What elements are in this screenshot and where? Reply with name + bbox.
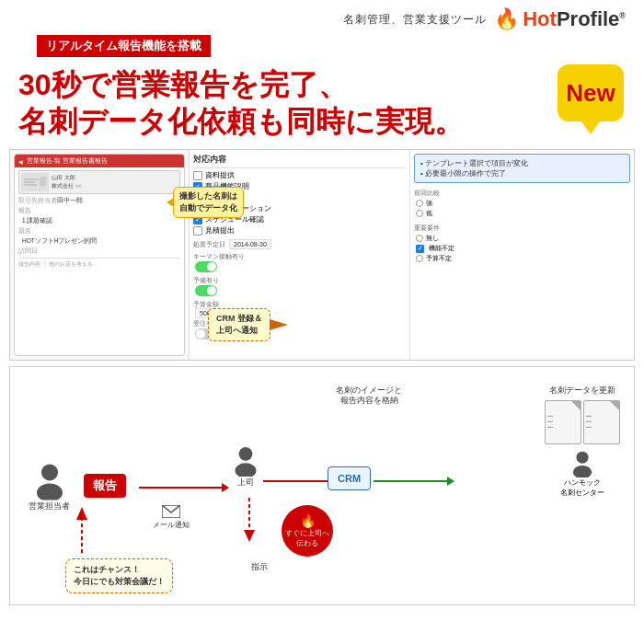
theme-options: 無し 機能不定 予算不定	[416, 234, 630, 263]
priority-options: 強 低	[416, 199, 630, 218]
hero-section: 30秒で営業報告を完了、 名刺データ化依頼も同時に実現。 New	[0, 63, 644, 144]
crm-annotation: CRM 登録＆ 上司へ通知	[208, 308, 270, 341]
company-person-icon	[568, 448, 597, 477]
radio-priority-high	[416, 200, 423, 207]
forecast-row: 予備有り	[193, 276, 406, 285]
toggle-keyman[interactable]	[195, 261, 217, 272]
phone-report-content: 報告内容 ｜ 他のお店を考えを...	[18, 258, 180, 269]
mid-panel-title: 対応内容	[193, 154, 406, 168]
phone-header: ◀ 営業報告-覧 営業報告書報告	[15, 155, 184, 167]
crm-box: CRM	[328, 466, 371, 490]
hero-headline: 30秒で営業報告を完了、 名刺データ化依頼も同時に実現。	[18, 66, 626, 140]
flame-icon: 🔥	[494, 7, 519, 31]
phone-report-row: 報告	[18, 207, 180, 215]
instruction-label: 指示	[251, 557, 268, 573]
sales-person: 営業担当者	[29, 460, 70, 512]
card-name-info: 山田 大郎 株式会社 ○○	[52, 174, 82, 190]
bottom-diagram: 営業担当者 報告 メール通知 上司 名刺のイメージと 報告内容を格納	[9, 366, 635, 605]
priority-section: 前回比較 強 低	[414, 189, 630, 218]
logo-text: HotProfile®	[523, 7, 626, 31]
phone-panel: ◀ 営業報告-覧 営業報告書報告 山田 大郎	[10, 150, 190, 360]
phone-body: 山田 大郎 株式会社 ○○ 取引先担当者 田中一郎 報告 1 課題確認 題名	[15, 167, 184, 273]
keyman-row: キーマン接触有り	[193, 252, 406, 261]
main-content-box: ◀ 営業報告-覧 営業報告書報告 山田 大郎	[9, 149, 635, 361]
annotation-left: 撮影した名刺は 自動でデータ化	[173, 187, 244, 218]
new-badge-wrapper: New	[558, 64, 624, 121]
header: 名刺管理、営業支援ツール 🔥 HotProfile®	[0, 0, 644, 35]
dashed-arrow-svg	[231, 498, 305, 553]
report-button-diagram: 報告	[84, 474, 126, 498]
sales-person-icon	[29, 460, 70, 500]
card-image	[21, 173, 49, 191]
svg-point-9	[236, 463, 257, 477]
superior-person: 上司	[229, 443, 262, 489]
mail-notification: メール通知	[153, 505, 190, 530]
svg-point-10	[576, 452, 588, 464]
checkbox-theme-func	[416, 245, 424, 253]
keyman-toggle	[195, 261, 406, 274]
toggle-forecast[interactable]	[195, 285, 217, 296]
new-badge: New	[558, 64, 624, 121]
radio-theme-budget	[416, 255, 423, 262]
doc-icon-2: ━━━━━━	[583, 400, 620, 444]
checkbox-6	[193, 226, 202, 236]
middle-panel: 対応内容 資料提供 商品機能説明 課題把握 プレゼンテーション スケジュール確認…	[190, 150, 410, 360]
svg-point-5	[41, 465, 58, 481]
mail-icon	[162, 505, 180, 518]
radio-theme-none	[416, 235, 423, 242]
phone-date-row: 訪問日	[18, 247, 180, 256]
upward-arrow-svg	[73, 507, 91, 553]
feature-tag: リアルタイム報告機能を搭載	[37, 35, 211, 57]
svg-point-8	[239, 447, 253, 461]
company-right: 名刺データを更新 ━━━━━━ ━━━━━━ ハンモック 名刺センター	[545, 385, 620, 498]
right-panel: •テンプレート選択で項目が変化 •必要最小限の操作で完了 前回比較 強 低 重要…	[410, 150, 634, 360]
green-arrow-right	[374, 477, 454, 486]
svg-marker-15	[76, 507, 87, 520]
deadline-field: 2014-09-30	[229, 239, 271, 249]
annotation-arrow	[167, 198, 174, 207]
phone-report-item: 1 課題確認	[18, 217, 180, 225]
svg-point-11	[573, 466, 592, 477]
doc-icons: ━━━━━━ ━━━━━━	[545, 400, 620, 444]
theme-section: 重要要件 無し 機能不定 予算不定	[414, 224, 630, 263]
checkbox-1	[193, 171, 202, 180]
superior-icon	[229, 443, 262, 477]
crm-top-label: 名刺のイメージと 報告内容を格納	[323, 385, 415, 406]
crm-label: CRM	[328, 466, 371, 490]
doc-icon-1: ━━━━━━	[545, 400, 581, 444]
logo: 🔥 HotProfile®	[494, 7, 626, 31]
callout-box: これはチャンス！ 今日にでも対策会議だ！	[65, 558, 173, 593]
check-item-6: 見積提出	[193, 226, 406, 236]
sales-label: 営業担当者	[29, 500, 70, 512]
main-arrow-right	[139, 483, 229, 492]
deadline-row: 処置予定日 2014-09-30	[193, 239, 406, 249]
report-label: 報告	[84, 474, 126, 498]
check-item-1: 資料提供	[193, 171, 406, 180]
phone-screen: ◀ 営業報告-覧 営業報告書報告 山田 大郎	[14, 154, 185, 356]
svg-point-6	[37, 484, 63, 500]
svg-rect-4	[40, 177, 46, 186]
phone-person-row: 取引先担当者 田中一郎	[18, 197, 180, 205]
phone-title-row: 題名	[18, 227, 180, 236]
header-tagline: 名刺管理、営業支援ツール	[343, 12, 487, 28]
blue-info-box: •テンプレート選択で項目が変化 •必要最小限の操作で完了	[414, 154, 630, 183]
business-card-preview: 山田 大郎 株式会社 ○○	[18, 170, 180, 194]
crm-annotation-arrow	[270, 319, 288, 330]
svg-marker-13	[244, 530, 255, 542]
radio-priority-low	[416, 210, 423, 217]
